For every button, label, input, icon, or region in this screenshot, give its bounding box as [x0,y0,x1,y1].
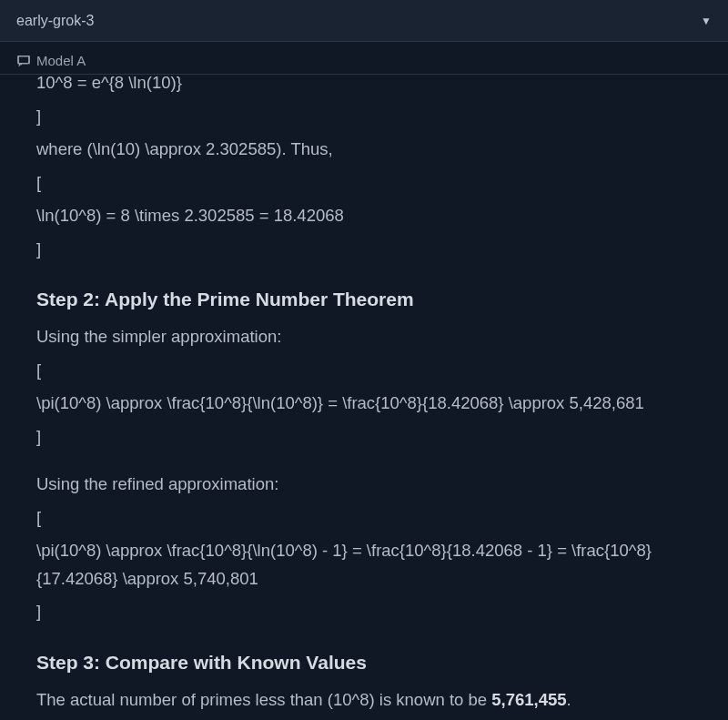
model-name: early-grok-3 [16,13,94,29]
math-line: [ [36,357,692,385]
math-line: \ln(10^8) = 8 \times 2.302585 = 18.42068 [36,202,692,230]
text-segment: The actual number of primes less than (1… [36,690,491,709]
tab-model-a[interactable]: Model A [11,49,91,72]
math-line: \pi(10^8) \approx \frac{10^8}{\ln(10^8)}… [36,390,692,418]
text-segment: . [567,690,571,709]
math-line: \pi(10^8) \approx \frac{10^8}{\ln(10^8) … [36,537,692,593]
text-line: Using the simpler approximation: [36,323,692,351]
comment-icon [16,54,31,68]
text-line: where (\ln(10) \approx 2.302585). Thus, [36,136,692,164]
step-3-heading: Step 3: Compare with Known Values [36,652,692,674]
chevron-down-icon[interactable]: ▼ [701,15,712,27]
content-area: 10^8 = e^{8 \ln(10)} ] where (\ln(10) \a… [0,75,728,720]
math-line: ] [36,236,692,264]
math-line: [ [36,169,692,198]
math-line: ] [36,103,692,131]
math-line: 10^8 = e^{8 \ln(10)} [36,75,692,97]
prime-count-value: 5,761,455 [491,690,566,709]
step-2-heading: Step 2: Apply the Prime Number Theorem [36,289,692,310]
svg-rect-0 [18,56,29,63]
tab-row: Model A [0,42,728,75]
tab-label: Model A [36,53,86,68]
message-body: 10^8 = e^{8 \ln(10)} ] where (\ln(10) \a… [36,75,692,714]
app-container: early-grok-3 ▼ Model A 10^8 = e^{8 \ln(1… [0,0,728,720]
text-line: Using the refined approximation: [36,471,692,499]
math-line: ] [36,423,692,451]
math-line: ] [36,598,692,626]
header-bar[interactable]: early-grok-3 ▼ [0,0,728,42]
text-line: The actual number of primes less than (1… [36,686,692,715]
math-line: [ [36,504,692,532]
